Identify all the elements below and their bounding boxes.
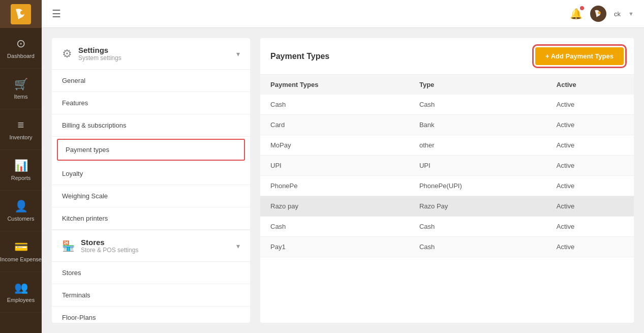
cell-type: UPI [409, 156, 546, 176]
cell-status: Active [546, 95, 634, 115]
sidebar-label-dashboard: Dashboard [7, 53, 35, 59]
content-area: ⚙ Settings System settings ▾ General Fea… [42, 28, 644, 333]
nav-billing[interactable]: Billing & subscriptions [52, 114, 250, 137]
user-name[interactable]: ck [614, 10, 621, 18]
col-payment-types: Payment Types [260, 75, 409, 95]
settings-header-left: ⚙ Settings System settings [62, 46, 121, 62]
table-header-row: Payment Types Type Active [260, 75, 634, 95]
stores-section-header: 🏪 Stores Store & POS settings ▾ [52, 230, 250, 262]
settings-subtitle: System settings [78, 54, 121, 62]
settings-title: Settings [78, 46, 121, 54]
sidebar-label-inventory: Inventory [9, 134, 32, 140]
cell-type: Cash [409, 237, 546, 257]
col-type: Type [409, 75, 546, 95]
topbar: ☰ 🔔 ck ▼ [42, 0, 644, 28]
menu-toggle[interactable]: ☰ [52, 8, 61, 20]
table-row[interactable]: Razo pay Razo Pay Active [260, 196, 634, 217]
cell-name: Razo pay [260, 196, 409, 217]
app-logo [11, 4, 31, 24]
table-row[interactable]: MoPay other Active [260, 135, 634, 156]
user-avatar [590, 6, 606, 22]
sidebar-item-customers[interactable]: 👤 Customers [0, 191, 42, 231]
svg-point-1 [598, 11, 600, 14]
notification-badge [580, 6, 584, 10]
add-payment-type-button[interactable]: + Add Payment Types [535, 47, 624, 65]
stores-subtitle: Store & POS settings [81, 247, 138, 254]
customers-icon: 👤 [14, 200, 28, 213]
reports-icon: 📊 [14, 159, 28, 172]
stores-collapse-icon[interactable]: ▾ [236, 242, 240, 250]
table-row[interactable]: Cash Cash Active [260, 95, 634, 115]
inventory-icon: ≡ [18, 118, 24, 132]
cell-name: Card [260, 115, 409, 135]
nav-payment-types[interactable]: Payment types [57, 139, 245, 161]
payment-table-wrapper: Payment Types Type Active Cash Cash Acti… [260, 75, 634, 323]
cell-status: Active [546, 176, 634, 196]
cell-status: Active [546, 217, 634, 237]
sidebar-item-dashboard[interactable]: ⊙ Dashboard [0, 28, 42, 69]
svg-point-0 [20, 11, 24, 15]
settings-panel: ⚙ Settings System settings ▾ General Fea… [52, 38, 250, 323]
col-active: Active [546, 75, 634, 95]
gear-icon: ⚙ [62, 47, 72, 60]
payment-header: Payment Types + Add Payment Types [260, 38, 634, 75]
sidebar-label-income-expense: Income Expense [0, 256, 42, 262]
cell-name: UPI [260, 156, 409, 176]
sidebar-item-reports[interactable]: 📊 Reports [0, 150, 42, 191]
cell-name: PhonePe [260, 176, 409, 196]
cell-type: Cash [409, 95, 546, 115]
stores-title: Stores [81, 238, 138, 247]
table-row[interactable]: Cash Cash Active [260, 217, 634, 237]
employees-icon: 👥 [14, 281, 28, 294]
cell-type: PhonePe(UPI) [409, 176, 546, 196]
nav-general[interactable]: General [52, 70, 250, 92]
cell-name: Cash [260, 95, 409, 115]
sidebar-item-items[interactable]: 🛒 Items [0, 69, 42, 109]
payment-types-table: Payment Types Type Active Cash Cash Acti… [260, 75, 634, 257]
cell-name: Cash [260, 217, 409, 237]
topbar-right: 🔔 ck ▼ [570, 6, 634, 22]
payment-panel: Payment Types + Add Payment Types Paymen… [260, 38, 634, 323]
sidebar-item-income-expense[interactable]: 💳 Income Expense [0, 231, 42, 272]
nav-kitchen-printers[interactable]: Kitchen printers [52, 207, 250, 230]
cell-status: Active [546, 196, 634, 217]
sidebar-logo [0, 0, 42, 28]
nav-stores[interactable]: Stores [52, 262, 250, 284]
cell-status: Active [546, 135, 634, 156]
table-row[interactable]: PhonePe PhonePe(UPI) Active [260, 176, 634, 196]
items-icon: 🛒 [14, 78, 28, 91]
nav-floor-plans[interactable]: Floor-Plans [52, 307, 250, 323]
stores-title-group: Stores Store & POS settings [81, 238, 138, 254]
settings-collapse-icon[interactable]: ▾ [236, 50, 240, 58]
settings-title-group: Settings System settings [78, 46, 121, 62]
table-row[interactable]: UPI UPI Active [260, 156, 634, 176]
sidebar-item-employees[interactable]: 👥 Employees [0, 272, 42, 313]
settings-section-header: ⚙ Settings System settings ▾ [52, 38, 250, 70]
cell-type: Cash [409, 217, 546, 237]
sidebar-label-reports: Reports [11, 175, 31, 181]
nav-weighing-scale[interactable]: Weighing Scale [52, 185, 250, 207]
cell-status: Active [546, 237, 634, 257]
user-chevron-icon: ▼ [628, 11, 634, 17]
stores-header-left: 🏪 Stores Store & POS settings [62, 238, 138, 254]
nav-features[interactable]: Features [52, 92, 250, 114]
topbar-left: ☰ [52, 8, 61, 20]
store-icon: 🏪 [62, 240, 75, 252]
cell-type: other [409, 135, 546, 156]
sidebar-item-inventory[interactable]: ≡ Inventory [0, 109, 42, 150]
table-row[interactable]: Pay1 Cash Active [260, 237, 634, 257]
cell-status: Active [546, 156, 634, 176]
table-row[interactable]: Card Bank Active [260, 115, 634, 135]
sidebar-label-customers: Customers [7, 216, 34, 222]
cell-type: Bank [409, 115, 546, 135]
sidebar-label-items: Items [14, 94, 28, 100]
payment-title: Payment Types [270, 52, 329, 61]
notification-wrapper: 🔔 [570, 8, 582, 20]
main-wrapper: ☰ 🔔 ck ▼ ⚙ Settin [42, 0, 644, 333]
nav-terminals[interactable]: Terminals [52, 284, 250, 307]
income-expense-icon: 💳 [14, 240, 28, 254]
cell-status: Active [546, 115, 634, 135]
dashboard-icon: ⊙ [16, 37, 25, 50]
cell-name: MoPay [260, 135, 409, 156]
nav-loyalty[interactable]: Loyalty [52, 163, 250, 185]
